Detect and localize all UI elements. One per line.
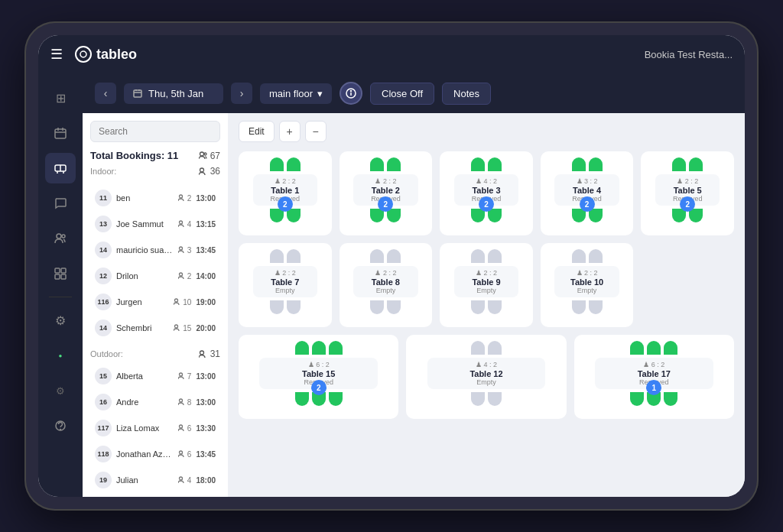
booking-row[interactable]: 14 mauricio suarez... 3 13:45 [90, 238, 220, 262]
seat-top [471, 341, 485, 355]
date-field[interactable]: Thu, 5th Jan [124, 83, 223, 104]
seat-top [329, 341, 343, 355]
table-name: Table 1 [271, 186, 299, 195]
bookings-panel: Total Bookings: 11 67 Indoor: [83, 113, 228, 497]
booking-id: 19 [95, 472, 112, 488]
table-card-table15[interactable]: ♟ 6 : 2 Table 15 Reserved 2 [239, 335, 398, 419]
table-name: Table 2 [372, 186, 400, 195]
seat-bottom [295, 392, 309, 406]
logo: tableo [75, 46, 137, 63]
table-booking-badge: 2 [278, 196, 293, 212]
indoor-label: Indoor: [90, 167, 116, 176]
svg-point-30 [179, 273, 182, 276]
table-card-table10[interactable]: ♟ 2 : 2 Table 10 Empty [541, 243, 634, 327]
booking-row[interactable]: 118 Jonathan Azzopa... 6 13:45 [90, 442, 220, 466]
table-name: Table 10 [570, 277, 603, 287]
table-card-table7[interactable]: ♟ 2 : 2 Table 7 Empty [239, 243, 332, 327]
seat-top [572, 249, 586, 263]
table-name: Table 12 [469, 369, 502, 378]
svg-point-38 [179, 477, 182, 480]
svg-point-34 [179, 373, 182, 376]
table-card-table3[interactable]: ♟ 4 : 2 Table 3 Reserved 2 [440, 151, 533, 235]
seats-top [630, 341, 677, 355]
seats-top [471, 249, 502, 263]
prev-date-button[interactable]: ‹ [95, 83, 116, 104]
booking-row[interactable]: 11 ben 2 13:00 [90, 186, 220, 210]
notes-button[interactable]: Notes [442, 83, 491, 105]
table-card-table17[interactable]: ♟ 6 : 2 Table 17 Reserved 1 [574, 335, 734, 419]
table-body: ♟ 3 : 2 Table 4 Reserved 2 [554, 174, 619, 206]
booking-row[interactable]: 19 Julian 4 18:00 [90, 468, 220, 492]
seat-top [287, 157, 301, 171]
sidebar-item-grid[interactable]: ⊞ [45, 83, 76, 113]
seat-top [295, 341, 309, 355]
booking-time: 13:00 [196, 372, 216, 381]
svg-point-25 [204, 153, 206, 155]
sidebar-item-settings2[interactable]: ⚙ [45, 375, 76, 406]
seat-top [589, 157, 603, 171]
table-name: Table 8 [372, 277, 400, 287]
close-off-button[interactable]: Close Off [370, 83, 434, 105]
table-card-table8[interactable]: ♟ 2 : 2 Table 8 Empty [340, 243, 433, 327]
device-frame: ☰ tableo Bookia Test Resta... ⊞ [24, 21, 759, 511]
chevron-down-icon: ▾ [317, 88, 323, 99]
booking-row[interactable]: 116 Jurgen 10 19:00 [90, 290, 220, 314]
table-booking-badge: 2 [479, 196, 494, 212]
seat-top [270, 249, 284, 263]
table-status: Empty [577, 287, 597, 294]
table-card-table12[interactable]: ♟ 4 : 2 Table 12 Empty [406, 335, 566, 419]
booking-time: 13:45 [196, 246, 216, 255]
booking-name: Alberta [116, 371, 174, 381]
seat-bottom [630, 392, 644, 406]
svg-rect-14 [61, 274, 66, 279]
seat-bottom [329, 392, 343, 406]
search-input[interactable] [90, 121, 220, 142]
total-guests-count: 67 [199, 151, 220, 161]
indoor-count: 36 [199, 166, 220, 177]
table-capacity: ♟ 4 : 2 [476, 361, 497, 368]
sidebar-item-messages[interactable] [45, 188, 76, 219]
booking-row[interactable]: 14 Schembri 15 20:00 [90, 316, 220, 340]
sidebar-item-support[interactable] [45, 410, 76, 441]
table-capacity: ♟ 2 : 2 [375, 177, 396, 185]
date-label: Thu, 5th Jan [148, 88, 203, 99]
table-capacity: ♟ 2 : 2 [476, 269, 497, 277]
edit-button[interactable]: Edit [239, 121, 275, 142]
table-capacity: ♟ 6 : 2 [643, 361, 664, 368]
svg-rect-13 [55, 274, 60, 279]
booking-guests: 15 [174, 324, 191, 332]
seat-top [647, 341, 661, 355]
next-date-button[interactable]: › [231, 83, 252, 104]
table-card-table1[interactable]: ♟ 2 : 2 Table 1 Reserved 2 [239, 151, 332, 235]
seat-top [664, 341, 677, 355]
sidebar-item-layout[interactable] [45, 258, 76, 289]
menu-icon[interactable]: ☰ [50, 46, 63, 63]
table-card-table4[interactable]: ♟ 3 : 2 Table 4 Reserved 2 [541, 151, 634, 235]
table-capacity: ♟ 3 : 2 [577, 177, 598, 185]
booking-row[interactable]: 117 Liza Lomax 6 13:30 [90, 416, 220, 440]
sidebar-item-tables[interactable] [45, 153, 76, 183]
floor-label: main floor [269, 88, 313, 99]
table-name: Table 7 [271, 277, 299, 287]
booking-row[interactable]: 13 Joe Sammut 4 13:15 [90, 212, 220, 236]
table-card-table9[interactable]: ♟ 2 : 2 Table 9 Empty [440, 243, 533, 327]
seat-bottom [287, 300, 301, 314]
sidebar-item-users[interactable] [45, 223, 76, 254]
seat-bottom [488, 300, 502, 314]
table-card-table2[interactable]: ♟ 2 : 2 Table 2 Reserved 2 [340, 151, 433, 235]
info-button[interactable] [340, 82, 362, 105]
floor-select[interactable]: main floor ▾ [260, 83, 332, 104]
svg-point-27 [179, 195, 182, 198]
sidebar-item-settings[interactable]: ⚙ [45, 305, 76, 336]
seat-bottom [572, 300, 586, 314]
table-name: Table 15 [302, 369, 335, 378]
booking-time: 13:30 [196, 424, 216, 433]
booking-row[interactable]: 16 Andre 8 13:00 [90, 390, 220, 414]
booking-row[interactable]: 15 Alberta 7 13:00 [90, 364, 220, 388]
booking-row[interactable]: 12 Drilon 2 14:00 [90, 264, 220, 288]
table-card-table5[interactable]: ♟ 2 : 2 Table 5 Reserved 2 [641, 151, 734, 235]
remove-table-button[interactable]: − [305, 121, 327, 142]
sidebar-item-calendar[interactable] [45, 118, 76, 148]
sidebar-item-dot[interactable]: ● [45, 340, 76, 371]
add-table-button[interactable]: + [279, 121, 301, 142]
